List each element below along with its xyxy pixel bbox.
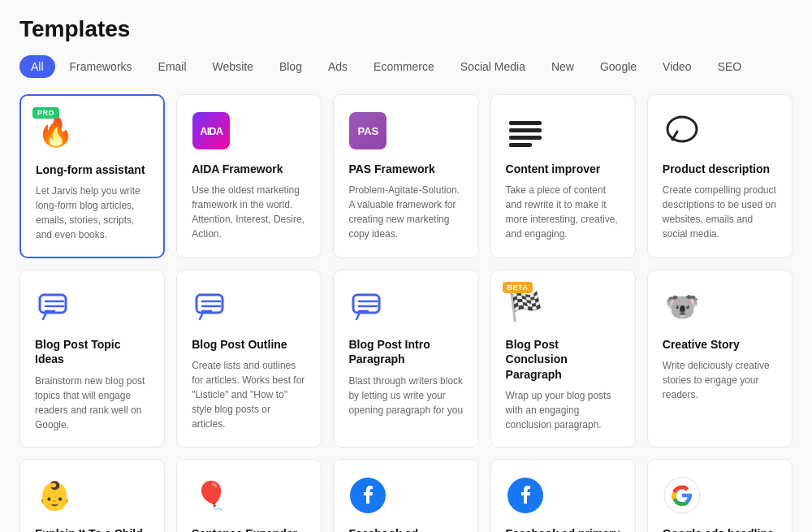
filter-btn-frameworks[interactable]: Frameworks: [58, 55, 144, 78]
page-title: Templates: [19, 16, 793, 42]
card-pas[interactable]: PAS PAS Framework Problem-Agitate-Soluti…: [333, 94, 478, 258]
card-desc-blog-conclusion: Wrap up your blog posts with an engaging…: [506, 388, 620, 432]
filter-btn-social[interactable]: Social Media: [449, 55, 537, 78]
card-product[interactable]: Product description Create compelling pr…: [647, 94, 793, 258]
card-title-google-ads: Google ads headline: [663, 526, 777, 532]
badge-longform: PRO: [32, 107, 59, 119]
card-title-blog-outline: Blog Post Outline: [192, 337, 306, 352]
svg-point-0: [667, 117, 697, 141]
filter-btn-ads[interactable]: Ads: [317, 55, 359, 78]
card-desc-creative: Write deliciously creative stories to en…: [663, 358, 777, 402]
card-fb-headline[interactable]: Facebook ad headline Generate scroll-sto…: [333, 459, 478, 532]
card-title-product: Product description: [663, 162, 777, 176]
card-title-blog-conclusion: Blog Post Conclusion Paragraph: [506, 337, 620, 382]
card-expander[interactable]: 🎈 Sentence Expander Expand a short sente…: [176, 459, 322, 532]
filter-btn-all[interactable]: All: [19, 55, 55, 78]
card-fb-primary[interactable]: Facebook ad primary text: [490, 459, 636, 532]
filter-btn-website[interactable]: Website: [201, 55, 265, 78]
filter-btn-video[interactable]: Video: [651, 55, 703, 78]
card-icon-creative: 🐨: [663, 287, 777, 326]
svg-rect-5: [197, 295, 222, 313]
filter-btn-new[interactable]: New: [540, 55, 585, 78]
card-icon-aida: AIDA: [192, 111, 306, 150]
card-icon-google-ads: [663, 476, 777, 515]
card-title-creative: Creative Story: [663, 337, 777, 352]
card-desc-blog-outline: Create lists and outlines for articles. …: [192, 358, 306, 431]
card-content[interactable]: Content improver Take a piece of content…: [490, 94, 636, 258]
card-icon-blog-intro: [348, 287, 463, 326]
card-title-fb-headline: Facebook ad headline: [348, 526, 463, 532]
svg-rect-9: [353, 295, 379, 313]
filter-btn-email[interactable]: Email: [147, 55, 198, 78]
card-blog-conclusion[interactable]: Beta 🏁 Blog Post Conclusion Paragraph Wr…: [490, 270, 636, 448]
filter-btn-seo[interactable]: SEO: [706, 55, 754, 78]
card-icon-fb-headline: [348, 476, 463, 515]
card-title-child: Explain It To a Child: [35, 526, 149, 532]
filter-btn-ecommerce[interactable]: Ecommerce: [362, 55, 446, 78]
card-title-longform: Long-form assistant: [36, 162, 149, 177]
card-blog-topics[interactable]: Blog Post Topic Ideas Brainstorm new blo…: [19, 270, 165, 448]
card-title-pas: PAS Framework: [348, 162, 463, 176]
card-icon-content: [506, 111, 620, 150]
card-icon-child: 👶: [35, 476, 149, 515]
card-icon-pas: PAS: [348, 111, 463, 150]
card-title-blog-intro: Blog Post Intro Paragraph: [348, 337, 463, 366]
card-title-fb-primary: Facebook ad primary text: [506, 526, 620, 532]
card-desc-blog-intro: Blast through writers block by letting u…: [348, 374, 463, 417]
card-title-blog-topics: Blog Post Topic Ideas: [35, 337, 149, 366]
card-child[interactable]: 👶 Explain It To a Child Rephrase text to…: [19, 459, 165, 532]
card-title-expander: Sentence Expander: [192, 526, 306, 532]
card-icon-expander: 🎈: [192, 476, 306, 515]
card-longform[interactable]: PRO 🔥 Long-form assistant Let Jarvis hel…: [19, 94, 165, 258]
card-title-aida: AIDA Framework: [192, 162, 306, 176]
card-icon-fb-primary: [506, 476, 620, 515]
card-desc-aida: Use the oldest marketing framework in th…: [192, 183, 306, 241]
card-aida[interactable]: AIDA AIDA Framework Use the oldest marke…: [176, 94, 322, 258]
svg-rect-1: [40, 295, 66, 313]
card-google-ads[interactable]: Google ads headline Create high converti…: [647, 459, 793, 532]
card-desc-longform: Let Jarvis help you write long-form blog…: [36, 184, 149, 242]
filter-bar: AllFrameworksEmailWebsiteBlogAdsEcommerc…: [19, 55, 793, 78]
card-blog-intro[interactable]: Blog Post Intro Paragraph Blast through …: [333, 270, 478, 448]
card-title-content: Content improver: [506, 162, 620, 176]
card-blog-outline[interactable]: Blog Post Outline Create lists and outli…: [176, 270, 322, 448]
card-desc-blog-topics: Brainstorm new blog post topics that wil…: [35, 374, 149, 432]
card-desc-pas: Problem-Agitate-Solution. A valuable fra…: [348, 183, 463, 241]
card-desc-content: Take a piece of content and rewrite it t…: [506, 183, 620, 241]
card-icon-blog-outline: [192, 287, 306, 326]
card-creative[interactable]: 🐨 Creative Story Write deliciously creat…: [647, 270, 793, 448]
filter-btn-google[interactable]: Google: [589, 55, 648, 78]
card-icon-product: [663, 111, 777, 150]
card-icon-blog-topics: [35, 287, 149, 326]
templates-grid: PRO 🔥 Long-form assistant Let Jarvis hel…: [19, 94, 793, 532]
filter-btn-blog[interactable]: Blog: [268, 55, 313, 78]
card-desc-product: Create compelling product descriptions t…: [663, 183, 777, 241]
badge-blog-conclusion: Beta: [503, 282, 533, 293]
